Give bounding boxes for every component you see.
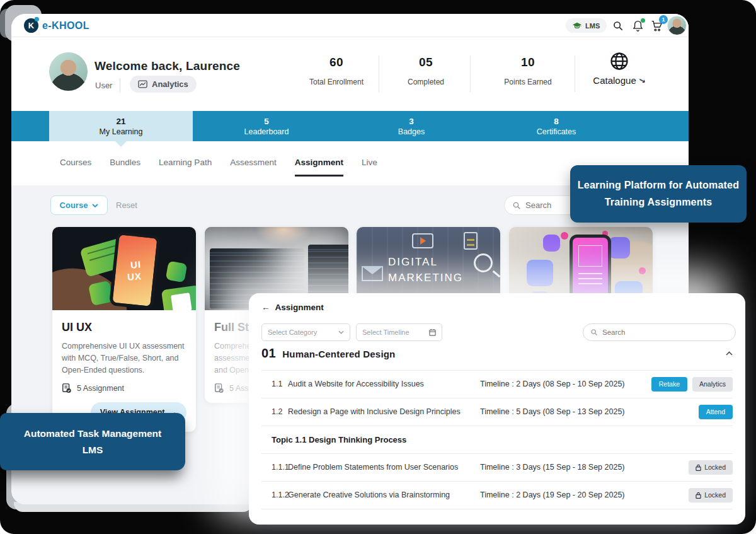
magnifier-icon	[474, 253, 493, 272]
assignment-back-button[interactable]: ← Assignment	[261, 303, 324, 312]
play-icon	[412, 233, 433, 248]
locked-button[interactable]: Locked	[689, 460, 733, 475]
subtab-live[interactable]: Live	[362, 158, 377, 177]
chevron-down-icon	[92, 204, 98, 207]
stat-points-earned: 10Points Earned	[481, 55, 575, 86]
user-role: User	[95, 81, 112, 90]
lock-icon	[696, 464, 701, 471]
course-description: Comprehensive UI UX assessment with MCQ,…	[62, 340, 186, 376]
topic-header: Topic 1.1 Design Thinking Process	[272, 426, 733, 453]
brand-icon: K	[24, 18, 38, 33]
attend-button[interactable]: Attend	[699, 405, 733, 419]
course-card-uiux[interactable]: UIUX UI UX Comprehensive UI UX assessmen…	[52, 227, 196, 432]
tab-certificates[interactable]: 8 Certificates	[484, 111, 629, 141]
welcome-greeting: Welcome back, Laurence	[94, 59, 240, 73]
subtab-learning-path[interactable]: Learning Path	[159, 158, 212, 177]
course-filter-dropdown[interactable]: Course	[50, 195, 108, 215]
divider	[470, 55, 471, 92]
tab-leaderboard[interactable]: 5 Leaderboard	[194, 111, 339, 141]
assignment-icon	[62, 383, 72, 393]
graduation-cap-icon	[573, 22, 581, 29]
catalogue-link[interactable]: Catalogue⇝	[578, 52, 660, 86]
assignment-icon	[214, 383, 224, 393]
assignment-panel: ← Assignment Select Category Select Time…	[249, 293, 745, 525]
subtab-courses[interactable]: Courses	[60, 158, 91, 177]
user-avatar	[49, 52, 88, 91]
analytics-button[interactable]: Analytics	[692, 377, 733, 392]
globe-icon	[610, 52, 629, 71]
stat-total-enrollment: 60Total Enrollment	[289, 55, 384, 86]
assignment-row-1-1-2: 1.1.2 Generate Creative Solutions via Br…	[261, 481, 733, 509]
catalogue-arrow-icon: ⇝	[637, 74, 648, 86]
collapse-chevron-icon[interactable]	[726, 351, 733, 356]
document-icon	[464, 232, 478, 250]
assignment-row-1-2: 1.2 Redesign a Page with Inclusive Desig…	[261, 398, 733, 426]
chart-icon	[138, 80, 147, 88]
assignment-row-1-1: 1.1 Audit a Website for Accessibility Is…	[261, 370, 733, 398]
chevron-down-icon	[338, 330, 344, 334]
search-icon[interactable]	[611, 19, 625, 33]
retake-button[interactable]: Retake	[651, 377, 687, 392]
callout-learning-platform: Learning Platform for Automated Training…	[570, 165, 747, 223]
divider	[120, 78, 120, 92]
category-select[interactable]: Select Category	[261, 323, 350, 341]
back-arrow-icon: ←	[261, 303, 270, 312]
divider	[575, 55, 575, 92]
lms-badge[interactable]: LMS	[566, 18, 607, 33]
main-tab-bar: 21 My Learning 5 Leaderboard 3 Badges 8 …	[11, 111, 689, 141]
subtab-assessment[interactable]: Assessment	[230, 158, 277, 177]
course-title: UI UX	[62, 321, 186, 334]
sub-tab-bar: Courses Bundles Learning Path Assessment…	[60, 158, 377, 177]
analytics-button[interactable]: Analytics	[130, 76, 197, 93]
timeline-select[interactable]: Select Timeline	[356, 323, 442, 341]
tab-badges[interactable]: 3 Badges	[339, 111, 484, 141]
search-icon	[590, 328, 598, 336]
cart-icon[interactable]: 1	[650, 19, 663, 33]
course-card-image: UIUX	[52, 227, 196, 310]
cart-count-badge: 1	[659, 15, 668, 24]
assignment-search[interactable]	[583, 323, 736, 341]
topbar-avatar[interactable]	[667, 16, 687, 35]
tab-my-learning[interactable]: 21 My Learning	[49, 111, 193, 141]
notifications-icon[interactable]	[631, 19, 644, 33]
subtab-bundles[interactable]: Bundles	[110, 158, 140, 177]
reset-button[interactable]: Reset	[116, 200, 137, 210]
brand-logo[interactable]: K e-KHOOL	[24, 18, 89, 33]
divider	[261, 509, 733, 509]
search-input[interactable]	[602, 328, 716, 336]
stat-completed: 05Completed	[379, 55, 473, 86]
lock-icon	[696, 492, 701, 499]
topbar: K e-KHOOL LMS 1	[11, 14, 689, 37]
calendar-icon	[429, 328, 436, 336]
assignment-row-1-1-1: 1.1.1 Define Problem Statements from Use…	[261, 453, 733, 481]
callout-task-management: Automated Task Management LMS	[0, 413, 185, 470]
section-header: 01 Human-Centered Design	[261, 346, 395, 361]
subtab-assignment[interactable]: Assignment	[295, 158, 343, 177]
active-tab-notch	[115, 141, 127, 147]
envelope-icon	[362, 266, 383, 281]
search-icon	[512, 201, 521, 210]
assignment-count: 5 Assignment	[77, 384, 124, 393]
brand-name: e-KHOOL	[42, 20, 89, 32]
locked-button[interactable]: Locked	[689, 488, 733, 502]
notification-dot	[641, 18, 645, 23]
